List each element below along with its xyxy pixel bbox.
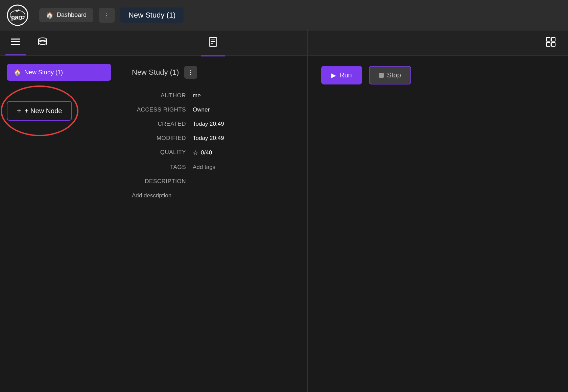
dashboard-button[interactable]: 🏠 Dashboard: [39, 8, 93, 22]
header-study-button[interactable]: New Study (1): [120, 7, 184, 23]
menu-dots-icon: ⋮: [103, 11, 110, 19]
plus-icon: +: [17, 106, 21, 115]
main-content: 🏠 New Study (1) + + New Node: [0, 30, 568, 392]
author-label: AUTHOR: [132, 92, 193, 99]
tab-list-icon[interactable]: [5, 34, 26, 51]
stop-square-icon: [379, 73, 384, 78]
created-label: CREATED: [132, 121, 193, 127]
database-icon: [38, 37, 47, 47]
quality-row: QUALITY ☆ 0/40: [132, 149, 294, 156]
svg-text:parc: parc: [11, 14, 24, 21]
tags-row: TAGS Add tags: [132, 164, 294, 171]
document-icon: [208, 37, 218, 47]
list-icon: [11, 38, 20, 46]
middle-panel-tabs: [118, 30, 307, 56]
add-tags-button[interactable]: Add tags: [193, 164, 294, 171]
svg-rect-15: [551, 38, 555, 41]
logo: s² parc: [7, 4, 28, 26]
study-button-label: New Study (1): [24, 69, 63, 76]
modified-value: Today 20:49: [193, 135, 294, 142]
created-row: CREATED Today 20:49: [132, 121, 294, 127]
play-icon: ▶: [331, 72, 336, 79]
quality-label: QUALITY: [132, 149, 193, 156]
new-node-button[interactable]: + + New Node: [7, 101, 72, 121]
right-panel: ▶ Run Stop: [308, 30, 568, 392]
dashboard-label: Dashboard: [57, 11, 87, 19]
study-button[interactable]: 🏠 New Study (1): [7, 64, 111, 81]
svg-rect-17: [551, 43, 555, 46]
dots-icon: ⋮: [188, 69, 194, 76]
right-panel-content: ▶ Run Stop: [308, 56, 568, 95]
left-panel: 🏠 New Study (1) + + New Node: [0, 30, 118, 392]
stop-label: Stop: [387, 71, 401, 79]
header-menu-button[interactable]: ⋮: [99, 8, 115, 23]
description-label: DESCRIPTION: [132, 178, 193, 185]
left-panel-tabs: [0, 30, 118, 56]
tags-label: TAGS: [132, 164, 193, 171]
header-study-title: New Study (1): [128, 11, 175, 19]
description-row: DESCRIPTION: [132, 178, 294, 185]
svg-rect-5: [11, 41, 20, 42]
home-icon-2: 🏠: [14, 69, 21, 76]
svg-rect-16: [546, 43, 550, 46]
middle-panel-content: New Study (1) ⋮ AUTHOR me ACCESS RIGHTS …: [118, 56, 307, 392]
svg-rect-6: [11, 44, 20, 45]
new-node-label: + New Node: [25, 107, 62, 115]
author-value: me: [193, 92, 294, 99]
run-button[interactable]: ▶ Run: [321, 66, 362, 84]
grid-icon: [546, 37, 556, 47]
svg-point-7: [39, 38, 47, 41]
right-panel-tabs: [308, 30, 568, 56]
tab-db-icon[interactable]: [32, 34, 53, 52]
add-description-button[interactable]: Add description: [132, 192, 294, 199]
study-menu-button[interactable]: ⋮: [184, 66, 197, 79]
left-panel-content: 🏠 New Study (1) + + New Node: [0, 56, 118, 392]
modified-label: MODIFIED: [132, 135, 193, 142]
modified-row: MODIFIED Today 20:49: [132, 135, 294, 142]
quality-value: ☆ 0/40: [193, 149, 294, 156]
star-icon: ☆: [193, 149, 198, 156]
quality-score: 0/40: [201, 149, 212, 156]
study-header: New Study (1) ⋮: [132, 66, 294, 79]
access-label: ACCESS RIGHTS: [132, 106, 193, 113]
tab-grid-icon[interactable]: [539, 33, 563, 52]
svg-rect-14: [546, 38, 550, 41]
logo-icon: s² parc: [7, 4, 28, 26]
stop-button[interactable]: Stop: [369, 66, 411, 84]
home-icon: 🏠: [46, 11, 53, 19]
author-row: AUTHOR me: [132, 92, 294, 99]
created-value: Today 20:49: [193, 121, 294, 127]
access-row: ACCESS RIGHTS Owner: [132, 106, 294, 113]
run-label: Run: [339, 71, 352, 79]
study-title: New Study (1): [132, 68, 179, 77]
study-info-table: AUTHOR me ACCESS RIGHTS Owner CREATED To…: [132, 92, 294, 199]
tab-document-icon[interactable]: [201, 33, 225, 52]
header: s² parc 🏠 Dashboard ⋮ New Study (1): [0, 0, 568, 30]
new-node-wrapper: + + New Node: [7, 101, 72, 121]
middle-panel: New Study (1) ⋮ AUTHOR me ACCESS RIGHTS …: [118, 30, 308, 392]
svg-rect-4: [11, 39, 20, 40]
access-value: Owner: [193, 106, 294, 113]
